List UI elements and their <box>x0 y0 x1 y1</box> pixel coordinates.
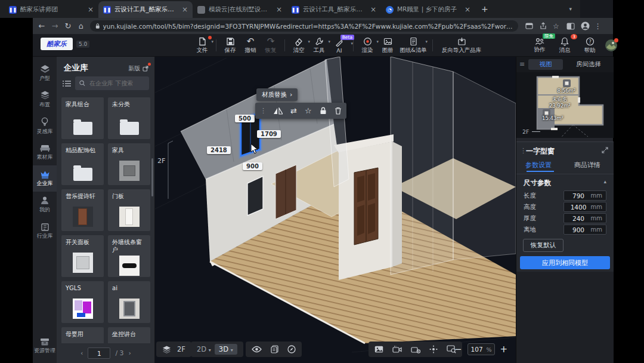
tab-close-icon[interactable]: × <box>182 5 188 14</box>
share-icon[interactable] <box>540 22 547 30</box>
new-tab-button[interactable]: + <box>481 4 488 14</box>
side-panel-icon[interactable] <box>566 23 575 30</box>
messages-button[interactable]: 消息 3 <box>555 37 575 54</box>
search-input[interactable] <box>88 79 145 87</box>
category-card[interactable]: 门板 <box>108 189 150 231</box>
render-button[interactable]: 渲染 ▾ <box>357 37 377 54</box>
ai-button[interactable]: AI Beta ▾ <box>329 38 349 54</box>
camera-settings-icon[interactable] <box>411 346 420 353</box>
sidebar-item-enterprise-library[interactable]: 企业库 <box>33 165 57 192</box>
height-input[interactable] <box>568 204 589 211</box>
category-card[interactable]: ai <box>108 281 150 323</box>
tab-close-icon[interactable]: × <box>370 5 376 14</box>
url-bar[interactable]: yun.kujiale.com/tool/h5/bim?designid=3FO… <box>90 20 518 32</box>
apply-to-same-model-button[interactable]: 应用到相同模型 <box>520 256 610 269</box>
elevation-field[interactable]: mm <box>564 224 606 235</box>
notes-icon[interactable] <box>271 345 278 353</box>
next-page-button[interactable]: › <box>129 349 131 357</box>
tab-room-select[interactable]: 房间选择 <box>569 59 608 70</box>
list-view-toggle[interactable] <box>63 80 71 87</box>
home-button[interactable]: ⌂ <box>75 21 88 30</box>
camera-view-icon[interactable] <box>392 346 402 353</box>
category-card[interactable]: 家具组合 <box>61 97 104 139</box>
category-card[interactable]: 外墙线条窗户 <box>108 235 150 277</box>
tab-view[interactable]: 视图 <box>528 59 563 70</box>
browser-tab[interactable]: 模袋云|在线别墅设计神器-酷… × <box>193 1 287 18</box>
browser-tab[interactable]: ❚❚ 酷家乐讲师团 × <box>4 1 98 18</box>
sidebar-item-industry-library[interactable]: 行业库 <box>33 218 57 244</box>
collaborate-button[interactable]: 协作 限免 <box>530 37 550 54</box>
sidebar-item-materials[interactable]: 素材库 <box>33 139 57 165</box>
user-avatar[interactable] <box>605 39 618 52</box>
help-button[interactable]: ? 帮助 <box>580 37 600 54</box>
reverse-import-button[interactable]: 反向导入产品库 <box>436 37 487 54</box>
floor-switcher[interactable]: 2F <box>156 342 191 357</box>
redo-button[interactable]: ↷ 恢复 <box>261 37 281 54</box>
thickness-input[interactable] <box>568 215 589 222</box>
back-button[interactable]: ← <box>35 21 48 30</box>
save-button[interactable]: 保存 <box>220 37 240 54</box>
sidebar-item-mine[interactable]: 我的 <box>33 192 57 218</box>
tab-product-details[interactable]: 商品详情 <box>574 161 600 170</box>
tab-parameter-settings[interactable]: 参数设置 <box>525 161 552 170</box>
profile-avatar[interactable] <box>581 21 590 30</box>
prev-page-button[interactable]: ‹ <box>80 349 83 357</box>
browser-tab-active[interactable]: ❚❚ 云设计工具_酷家乐讲师团_未… × <box>98 1 193 18</box>
clear-button[interactable]: 清空 ▾ <box>289 37 309 54</box>
category-card[interactable]: 普乐提诗轩 <box>61 189 104 231</box>
mode-3d-button[interactable]: 3D ▾ <box>215 344 237 355</box>
drawings-list-button[interactable]: 图纸&清单 ▾ <box>398 37 429 54</box>
mode-2d-button[interactable]: 2D ▾ <box>197 345 211 353</box>
new-version-link[interactable]: 新版 <box>128 64 148 73</box>
length-input[interactable] <box>568 192 589 199</box>
visibility-eye-icon[interactable] <box>252 346 262 353</box>
screenshot-icon[interactable] <box>374 346 383 353</box>
swap-icon[interactable]: ⇄ <box>290 106 297 115</box>
browser-menu-icon[interactable]: ⋮ <box>595 22 602 30</box>
category-card[interactable]: YGLS <box>61 281 104 323</box>
tab-close-icon[interactable]: × <box>276 5 282 14</box>
reload-button[interactable]: ↻ <box>61 21 75 30</box>
zoom-level-input[interactable] <box>471 346 485 353</box>
tools-button[interactable]: 工具 ▾ <box>309 37 329 54</box>
browser-tab[interactable]: ❚❚ 云设计工具_酷家乐讲师团_未… × <box>287 1 381 18</box>
reset-default-button[interactable]: 恢复默认 <box>523 239 564 252</box>
zoom-level-box[interactable]: % <box>467 343 495 355</box>
sidebar-item-furnish[interactable]: 布置 <box>33 87 57 113</box>
collapse-section-icon[interactable]: ▴ <box>603 179 606 184</box>
zoom-in-button[interactable]: + <box>500 344 508 355</box>
focus-target-icon[interactable] <box>429 345 438 353</box>
mirror-icon[interactable] <box>274 107 283 115</box>
zoom-out-button[interactable]: − <box>454 344 462 355</box>
thickness-field[interactable]: mm <box>564 213 606 223</box>
album-button[interactable]: 图册 <box>377 37 398 54</box>
minimap[interactable]: 8.56m² 未命名 23.92m² 15.43m² 2F <box>516 72 614 138</box>
tab-search-chevron-icon[interactable]: ▾ <box>569 6 572 12</box>
expand-panel-icon[interactable] <box>602 147 608 153</box>
category-card[interactable]: 未分类 <box>108 97 150 139</box>
drag-handle-icon[interactable]: ⋮ <box>260 107 266 115</box>
undo-button[interactable]: ↶ 撤销 <box>240 37 261 54</box>
sidebar-item-resource-management[interactable]: 资源管理 <box>33 333 57 359</box>
compass-icon[interactable] <box>287 345 296 353</box>
search-box[interactable] <box>75 76 149 90</box>
tab-close-icon[interactable]: × <box>88 5 94 14</box>
material-replace-tooltip[interactable]: 材质替换 › <box>256 88 298 101</box>
category-card[interactable]: 开关面板 <box>61 235 104 277</box>
favorite-star-icon[interactable]: ☆ <box>305 106 312 115</box>
sidebar-item-inspiration[interactable]: 灵感库 <box>33 113 57 139</box>
page-number-input[interactable] <box>88 347 110 359</box>
bookmark-star-icon[interactable]: ☆ <box>553 22 559 30</box>
sidebar-item-floorplan[interactable]: 户型 <box>33 60 57 87</box>
lock-icon[interactable] <box>320 107 327 115</box>
category-card[interactable]: 家具 <box>108 143 150 185</box>
tab-close-icon[interactable]: × <box>465 5 470 14</box>
elevation-input[interactable] <box>568 226 589 233</box>
height-field[interactable]: mm <box>564 202 606 212</box>
forward-button[interactable]: → <box>48 21 61 30</box>
panel-drag-handle-icon[interactable]: ≡ <box>519 60 525 68</box>
category-card[interactable]: 精品配饰包 <box>61 143 104 185</box>
panel-scrollbar[interactable] <box>151 158 153 196</box>
browser-tab[interactable]: ◔ MR顾里 | 乡下的房子 × <box>381 1 475 18</box>
file-menu-button[interactable]: 文件 ▾ <box>192 37 212 54</box>
